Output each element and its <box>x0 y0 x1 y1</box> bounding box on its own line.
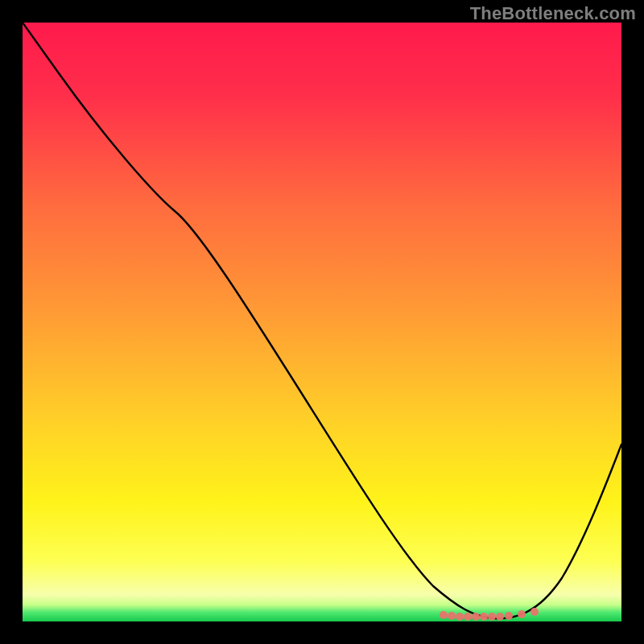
chart-container: TheBottleneck.com <box>0 0 644 644</box>
minimum-markers <box>23 23 621 621</box>
marker-dot <box>472 613 480 621</box>
marker-dot <box>440 611 448 619</box>
watermark-text: TheBottleneck.com <box>470 3 636 24</box>
marker-dot <box>448 612 456 620</box>
marker-dot <box>518 610 526 618</box>
marker-dot <box>456 613 464 621</box>
marker-dot <box>505 612 513 620</box>
marker-dot <box>464 613 472 621</box>
marker-dot <box>496 613 504 621</box>
plot-area <box>23 23 621 621</box>
marker-dot <box>530 608 539 616</box>
marker-dot <box>480 613 488 621</box>
marker-dot <box>488 613 496 621</box>
